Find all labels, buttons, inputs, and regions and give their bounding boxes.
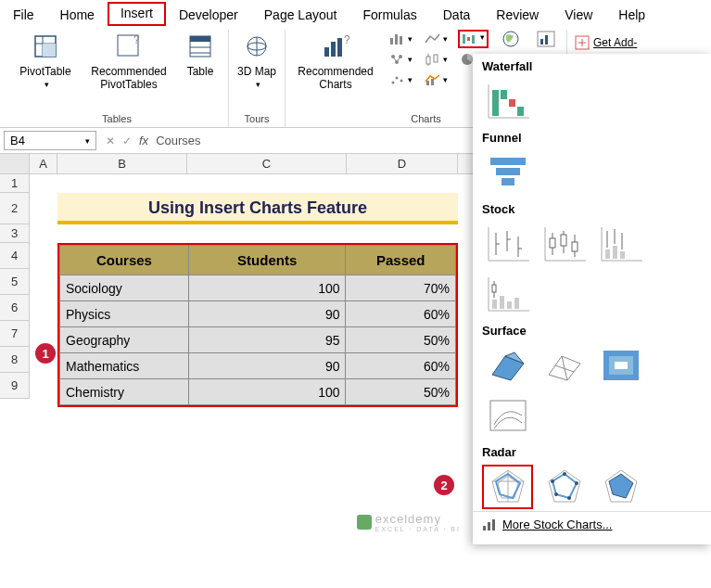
table-button[interactable]: Table: [180, 30, 221, 78]
svg-point-105: [554, 492, 558, 496]
svg-rect-69: [572, 242, 578, 251]
th-passed: Passed: [346, 246, 456, 275]
svg-point-103: [575, 481, 578, 485]
more-stock-charts-link[interactable]: More Stock Charts...: [473, 511, 711, 537]
svg-rect-73: [613, 246, 617, 259]
svg-rect-17: [390, 38, 393, 45]
3dmap-label: 3D Map: [237, 65, 276, 78]
tab-insert[interactable]: Insert: [108, 2, 166, 26]
row-header-1[interactable]: 1: [0, 174, 30, 193]
watermark-text: exceldemy: [375, 512, 461, 526]
tab-formulas[interactable]: Formulas: [349, 4, 429, 26]
dd-waterfall-title: Waterfall: [482, 59, 702, 73]
svg-point-25: [391, 82, 394, 84]
svg-rect-33: [431, 79, 434, 85]
tab-review[interactable]: Review: [483, 4, 552, 26]
hierarchy-chart-button[interactable]: ▾: [387, 50, 413, 69]
stock-ohlc-option[interactable]: [539, 222, 590, 266]
row-header-3[interactable]: 3: [0, 224, 30, 243]
rec-charts-label: Recommended Charts: [293, 65, 378, 91]
svg-rect-31: [434, 55, 438, 62]
svg-rect-51: [490, 158, 526, 165]
filled-radar-option[interactable]: [595, 465, 646, 509]
pivottable-icon: [33, 30, 57, 63]
dd-funnel-title: Funnel: [482, 131, 702, 145]
tab-view[interactable]: View: [552, 4, 605, 26]
row-header-8[interactable]: 8: [0, 347, 30, 373]
tab-help[interactable]: Help: [605, 4, 658, 26]
dd-surface-title: Surface: [482, 324, 702, 338]
bar-chart-icon: [482, 518, 497, 531]
svg-rect-111: [492, 519, 495, 530]
pivotchart-button[interactable]: [533, 30, 559, 48]
row-header-6[interactable]: 6: [0, 295, 30, 321]
waterfall-chart-option[interactable]: [482, 79, 533, 123]
row-header-4[interactable]: 4: [0, 243, 30, 269]
row-header-2[interactable]: 2: [0, 193, 30, 224]
row-header-9[interactable]: 9: [0, 373, 30, 399]
th-students: Students: [188, 246, 346, 275]
col-header-c[interactable]: C: [187, 154, 347, 173]
get-addins-button[interactable]: Get Add-: [575, 35, 637, 50]
table-icon: [188, 30, 212, 63]
tab-home[interactable]: Home: [47, 4, 108, 26]
group-tours: 3D Map ▾ Tours: [229, 30, 286, 127]
tab-data[interactable]: Data: [430, 4, 484, 26]
svg-rect-15: [337, 38, 342, 57]
col-header-b[interactable]: B: [57, 154, 187, 173]
wireframe-contour-option[interactable]: [482, 393, 533, 438]
recommended-charts-button[interactable]: ? Recommended Charts: [293, 30, 378, 91]
chart-type-dropdown: Waterfall Funnel Stock Surface Radar: [473, 54, 711, 544]
contour-option[interactable]: [595, 343, 646, 388]
radar-option[interactable]: [482, 465, 533, 509]
table-row: Geography9550%: [60, 327, 456, 353]
recommended-pivottables-button[interactable]: ? Recommended PivotTables: [87, 30, 171, 91]
table-row: Chemistry10050%: [60, 379, 456, 405]
svg-rect-83: [514, 298, 519, 309]
tab-pagelayout[interactable]: Page Layout: [251, 4, 350, 26]
stock-hlc-option[interactable]: [482, 222, 533, 266]
svg-text:?: ?: [344, 34, 349, 46]
statistic-chart-button[interactable]: ▾: [423, 50, 449, 69]
col-header-a[interactable]: A: [30, 154, 57, 173]
scatter-chart-button[interactable]: ▾: [387, 70, 413, 89]
sheet-title: Using Insert Charts Feature: [57, 193, 458, 224]
svg-rect-93: [615, 362, 628, 369]
watermark-icon: [357, 515, 372, 530]
step-badge-1: 1: [35, 343, 56, 364]
svg-rect-48: [501, 90, 507, 99]
row-header-5[interactable]: 5: [0, 269, 30, 295]
column-chart-button[interactable]: ▾: [387, 30, 413, 48]
3dmap-button[interactable]: 3D Map ▾: [236, 30, 277, 89]
svg-rect-52: [496, 168, 520, 175]
col-header-d[interactable]: D: [347, 154, 458, 173]
pivottable-button[interactable]: PivotTable ▾: [13, 30, 78, 89]
enter-formula-icon[interactable]: ✓: [122, 134, 132, 147]
group-charts-label: Charts: [411, 113, 440, 127]
row-header-7[interactable]: 7: [0, 321, 30, 347]
stock-vhlc-option[interactable]: [595, 222, 646, 266]
select-all-corner[interactable]: [0, 154, 30, 173]
cancel-formula-icon[interactable]: ✕: [106, 134, 115, 147]
stock-vohlc-option[interactable]: [482, 272, 533, 316]
formula-input[interactable]: Courses: [156, 134, 200, 147]
line-chart-button[interactable]: ▾: [423, 30, 449, 48]
fx-icon[interactable]: fx: [139, 134, 148, 147]
dd-stock-title: Stock: [482, 202, 702, 216]
tab-developer[interactable]: Developer: [166, 4, 251, 26]
tab-file[interactable]: File: [0, 4, 47, 26]
chevron-down-icon: ▾: [85, 136, 90, 146]
combo-chart-button[interactable]: ▾: [423, 70, 449, 89]
rec-charts-icon: ?: [322, 30, 349, 63]
group-tables: PivotTable ▾ ? Recommended PivotTables T…: [6, 30, 229, 127]
name-box[interactable]: B4 ▾: [4, 131, 96, 150]
surface-3d-option[interactable]: [482, 343, 533, 388]
waterfall-dropdown-button[interactable]: ▾: [458, 30, 489, 48]
svg-rect-80: [492, 300, 497, 309]
funnel-chart-option[interactable]: [482, 150, 533, 195]
menubar: File Home Insert Developer Page Layout F…: [0, 0, 711, 26]
more-link-label: More Stock Charts...: [502, 518, 612, 531]
maps-button[interactable]: [498, 30, 524, 48]
radar-markers-option[interactable]: [539, 465, 590, 509]
wireframe-3d-option[interactable]: [539, 343, 590, 388]
